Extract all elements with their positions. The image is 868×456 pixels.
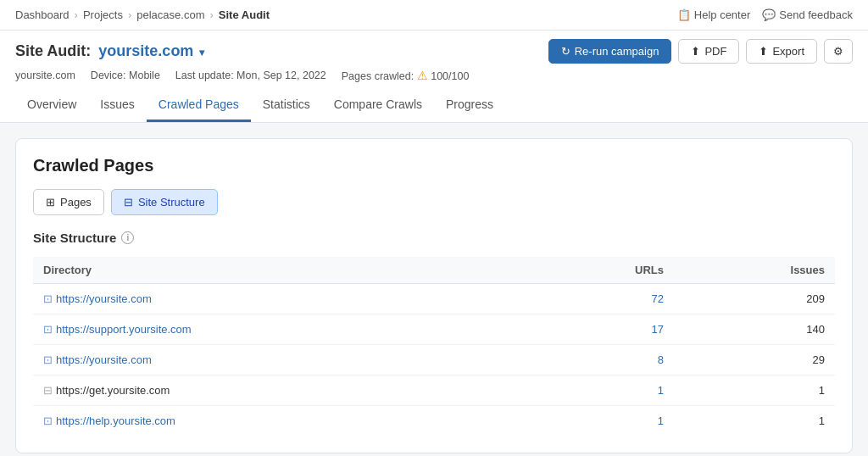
url-count: 8 xyxy=(658,353,664,366)
cell-issues: 140 xyxy=(674,314,835,345)
breadcrumb-sep-2: › xyxy=(128,8,131,21)
warning-icon: ⚠ xyxy=(417,69,428,82)
card-title: Crawled Pages xyxy=(33,156,835,175)
cell-issues: 209 xyxy=(674,284,835,314)
cell-urls: 72 xyxy=(529,284,674,314)
site-dropdown-arrow[interactable]: ▾ xyxy=(199,47,204,58)
gear-icon: ⚙ xyxy=(833,45,843,58)
settings-button[interactable]: ⚙ xyxy=(824,39,853,64)
export-button[interactable]: ⬆ Export xyxy=(746,39,817,64)
rerun-campaign-button[interactable]: ↻ Re-run campaign xyxy=(548,39,672,64)
cell-directory: ⊡https://help.yoursite.com xyxy=(33,406,529,437)
breadcrumb-projects[interactable]: Projects xyxy=(83,8,123,21)
pages-icon: ⊞ xyxy=(46,196,55,209)
cell-issues: 1 xyxy=(674,406,835,437)
rerun-icon: ↻ xyxy=(561,45,570,58)
header-meta: yoursite.com Device: Mobile Last update:… xyxy=(15,69,853,82)
send-feedback-link[interactable]: 💬 Send feedback xyxy=(762,8,853,21)
help-icon: 📋 xyxy=(677,8,691,21)
directory-text: https://get.yoursite.com xyxy=(56,384,170,397)
breadcrumb-sep-1: › xyxy=(75,8,78,21)
directory-link[interactable]: https://yoursite.com xyxy=(56,353,152,366)
directory-link[interactable]: https://help.yoursite.com xyxy=(56,414,175,427)
table-row: ⊡https://yoursite.com72209 xyxy=(33,284,835,314)
tab-issues[interactable]: Issues xyxy=(88,89,146,122)
pdf-button[interactable]: ⬆ PDF xyxy=(678,39,739,64)
feedback-icon: 💬 xyxy=(762,8,776,21)
help-center-link[interactable]: 📋 Help center xyxy=(677,8,750,21)
cell-issues: 1 xyxy=(674,375,835,406)
folder-filled-icon: ⊡ xyxy=(43,414,53,427)
cell-urls: 1 xyxy=(529,406,674,437)
cell-urls: 8 xyxy=(529,345,674,375)
table-row: ⊟https://get.yoursite.com11 xyxy=(33,375,835,406)
table-header-row: Directory URLs Issues xyxy=(33,257,835,284)
meta-pages-crawled: Pages crawled: ⚠ 100/100 xyxy=(342,69,470,82)
top-bar-actions: 📋 Help center 💬 Send feedback xyxy=(677,8,853,21)
breadcrumb-sep-3: › xyxy=(209,8,213,21)
col-issues: Issues xyxy=(674,257,835,284)
col-urls: URLs xyxy=(529,257,674,284)
table-row: ⊡https://support.yoursite.com17140 xyxy=(33,314,835,345)
cell-directory: ⊟https://get.yoursite.com xyxy=(33,375,529,406)
directory-link[interactable]: https://support.yoursite.com xyxy=(56,323,192,336)
folder-filled-icon: ⊡ xyxy=(43,292,53,305)
cell-directory: ⊡https://support.yoursite.com xyxy=(33,314,529,345)
top-bar: Dashboard › Projects › pelacase.com › Si… xyxy=(0,0,868,31)
cell-urls: 1 xyxy=(529,375,674,406)
site-audit-title: Site Audit: yoursite.com ▾ xyxy=(15,42,204,60)
info-icon[interactable]: i xyxy=(121,231,134,244)
meta-device: Device: Mobile xyxy=(91,70,160,81)
meta-domain: yoursite.com xyxy=(15,70,75,81)
breadcrumb-pelacase[interactable]: pelacase.com xyxy=(136,8,204,21)
export-icon: ⬆ xyxy=(759,45,768,58)
sub-tabs: ⊞ Pages ⊟ Site Structure xyxy=(33,189,835,215)
breadcrumb: Dashboard › Projects › pelacase.com › Si… xyxy=(15,8,270,21)
nav-tabs: Overview Issues Crawled Pages Statistics… xyxy=(15,89,853,122)
tab-overview[interactable]: Overview xyxy=(15,89,88,122)
folder-filled-icon: ⊡ xyxy=(43,353,53,366)
table-row: ⊡https://help.yoursite.com11 xyxy=(33,406,835,437)
folder-outline-icon: ⊟ xyxy=(43,384,53,397)
tab-statistics[interactable]: Statistics xyxy=(251,89,322,122)
tab-crawled-pages[interactable]: Crawled Pages xyxy=(147,89,251,122)
folder-filled-icon: ⊡ xyxy=(43,323,53,336)
tab-compare-crawls[interactable]: Compare Crawls xyxy=(322,89,434,122)
url-count: 17 xyxy=(652,323,664,336)
breadcrumb-current: Site Audit xyxy=(219,8,270,21)
header: Site Audit: yoursite.com ▾ ↻ Re-run camp… xyxy=(0,31,868,123)
header-row1: Site Audit: yoursite.com ▾ ↻ Re-run camp… xyxy=(15,39,853,64)
breadcrumb-dashboard[interactable]: Dashboard xyxy=(15,8,70,21)
cell-issues: 29 xyxy=(674,345,835,375)
subtab-pages[interactable]: ⊞ Pages xyxy=(33,189,104,215)
url-count: 1 xyxy=(658,384,664,397)
table-row: ⊡https://yoursite.com829 xyxy=(33,345,835,375)
pdf-icon: ⬆ xyxy=(691,45,700,58)
cell-urls: 17 xyxy=(529,314,674,345)
meta-last-update: Last update: Mon, Sep 12, 2022 xyxy=(175,70,326,81)
main-content: Crawled Pages ⊞ Pages ⊟ Site Structure S… xyxy=(0,123,868,456)
site-name[interactable]: yoursite.com xyxy=(98,42,193,59)
structure-icon: ⊟ xyxy=(124,196,133,209)
cell-directory: ⊡https://yoursite.com xyxy=(33,345,529,375)
url-count: 72 xyxy=(652,292,664,305)
url-count: 1 xyxy=(658,414,664,427)
header-buttons: ↻ Re-run campaign ⬆ PDF ⬆ Export ⚙ xyxy=(548,39,853,64)
directory-link[interactable]: https://yoursite.com xyxy=(56,292,152,305)
content-card: Crawled Pages ⊞ Pages ⊟ Site Structure S… xyxy=(15,138,853,453)
cell-directory: ⊡https://yoursite.com xyxy=(33,284,529,314)
subtab-site-structure[interactable]: ⊟ Site Structure xyxy=(111,189,218,215)
section-title: Site Structure i xyxy=(33,231,835,245)
site-structure-table: Directory URLs Issues ⊡https://yoursite.… xyxy=(33,257,835,436)
tab-progress[interactable]: Progress xyxy=(434,89,505,122)
col-directory: Directory xyxy=(33,257,529,284)
